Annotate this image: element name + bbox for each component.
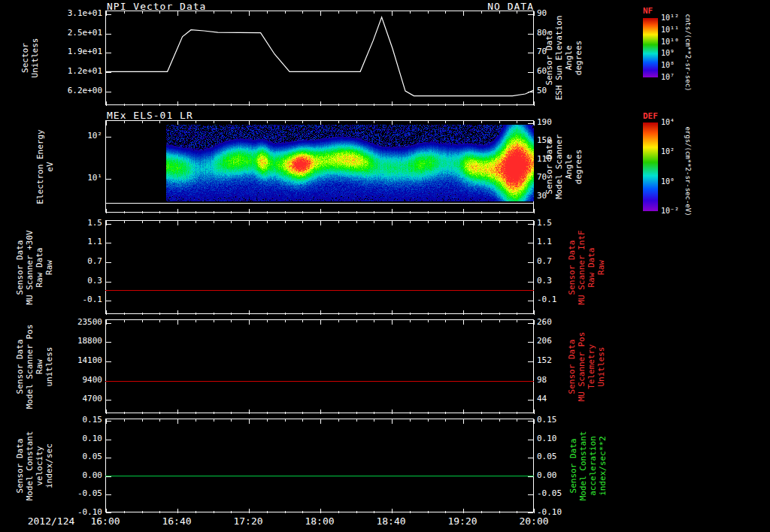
- x-axis-tick: [356, 121, 357, 123]
- axis-label-line: Sector: [20, 38, 30, 78]
- x-axis-tick: [356, 412, 357, 414]
- x-axis-tick: [320, 209, 321, 213]
- x-axis-tick: [445, 211, 446, 213]
- x-axis-tick: [231, 511, 232, 513]
- x-axis-tick: [320, 221, 321, 225]
- x-axis-tick: [249, 410, 250, 414]
- x-axis-tick: [428, 412, 429, 414]
- x-axis-tick: [302, 221, 303, 223]
- colorbar-tick-label: 10⁷: [661, 73, 675, 81]
- x-axis-tick: [196, 121, 196, 123]
- axis-label-modelconst-right: Sensor DataModel Constantaccelerationind…: [568, 431, 608, 500]
- panel-title-els: MEx ELS-01 LR: [107, 110, 193, 121]
- x-axis-tick: [534, 209, 535, 213]
- axis-label-scanpos-right: Sensor DataMU Scanner PosTelemetryUnitle…: [567, 331, 606, 401]
- x-axis-tick: [302, 419, 303, 422]
- x-axis-tick: [534, 419, 535, 424]
- x-axis-tick: [428, 511, 429, 513]
- colorbar-tick-label: 10⁹: [661, 49, 675, 57]
- x-axis-tick: [517, 121, 517, 123]
- x-axis-tick: [142, 211, 143, 213]
- x-axis-tick: [159, 221, 160, 223]
- x-axis-tick: [320, 419, 321, 424]
- x-axis-tick: [142, 221, 143, 223]
- axis-label-els-right: Sensor DataModel ScannerAngledegrees: [544, 134, 584, 198]
- x-axis-tick: [463, 221, 464, 225]
- x-axis-tick: [267, 320, 268, 322]
- y-axis-tick-left: [106, 342, 111, 343]
- x-axis-tick: [445, 412, 446, 414]
- x-axis-tick: [481, 412, 482, 414]
- x-axis-tick: [356, 511, 357, 513]
- x-axis-tick: [463, 320, 464, 325]
- x-axis-tick: [214, 419, 214, 422]
- x-axis-tick: [374, 511, 374, 513]
- x-axis-tick: [159, 412, 160, 414]
- x-axis-tick: [481, 419, 482, 422]
- x-axis-tick: [177, 221, 178, 225]
- x-axis-tick: [231, 313, 232, 315]
- y-tick-label-left: 0.15: [45, 415, 102, 425]
- x-axis-tick: [159, 419, 160, 422]
- axis-label-modelconst-left: Sensor DataModel Constantvelocityindex/s…: [15, 431, 54, 500]
- axis-label-line: Unitless: [596, 331, 606, 401]
- x-axis-tick: [214, 211, 214, 213]
- x-axis-tick: [410, 320, 411, 322]
- x-axis-tick: [338, 320, 339, 322]
- x-axis-tick: [320, 310, 321, 315]
- y-tick-label-left: 1.9e+01: [45, 47, 102, 57]
- x-axis-tick: [214, 221, 214, 223]
- y-tick-label-right: 0.00: [537, 470, 573, 481]
- axis-label-mu30-right: Sensor DataMU Scanner IntFRaw DataRaw: [567, 230, 606, 304]
- x-axis-tick: [356, 221, 357, 223]
- axis-label-line: Telemetry: [587, 331, 596, 401]
- y-axis-tick-left: [106, 400, 111, 401]
- y-axis-tick-right: [528, 262, 533, 263]
- x-axis-tick: [481, 221, 482, 223]
- axis-label-line: Raw: [44, 230, 54, 304]
- x-axis-tick: [463, 310, 464, 315]
- x-axis-tick: [267, 211, 268, 213]
- x-axis-tick: [320, 509, 321, 513]
- x-axis-tick: [106, 121, 107, 125]
- x-axis-tick: [374, 320, 374, 322]
- x-axis-tick: [410, 313, 411, 315]
- y-axis-tick-left: [106, 494, 111, 495]
- y-axis-tick-left: [106, 458, 111, 458]
- y-axis-tick-left: [106, 301, 111, 301]
- x-axis-tick: [356, 211, 357, 213]
- y-axis-tick-right: [528, 494, 533, 495]
- x-axis-tick: [320, 410, 321, 414]
- x-axis-tick: [445, 313, 446, 315]
- x-axis-tick: [302, 511, 303, 513]
- y-tick-label-right: 260: [537, 317, 573, 328]
- x-axis-tick: [142, 313, 143, 315]
- y-tick-label-left: 1.2e+01: [45, 66, 102, 77]
- x-axis-tick: [106, 221, 107, 225]
- x-axis-tick: [428, 211, 429, 213]
- axis-label-scanpos-left: Sensor DataModel Scanner PosRawunitless: [15, 324, 54, 409]
- axis-label-line: Angle: [564, 134, 574, 198]
- x-axis-tick: [142, 511, 143, 513]
- x-axis-tick: [196, 320, 196, 322]
- x-axis-tick: [214, 121, 214, 123]
- axis-label-line: unitless: [44, 324, 54, 409]
- x-axis-tick: [285, 419, 286, 422]
- x-axis-tick: [285, 211, 286, 213]
- axis-label-line: Sensor Data: [544, 16, 554, 101]
- x-axis-tick: [249, 320, 250, 325]
- axis-label-line: Angle: [564, 16, 574, 101]
- y-axis-tick-left: [106, 361, 111, 362]
- x-axis-tick: [338, 419, 339, 422]
- x-axis-tick: [517, 419, 517, 422]
- x-axis-tick: [124, 313, 125, 315]
- x-axis-tick: [445, 419, 446, 422]
- x-axis-tick: [302, 121, 303, 123]
- x-axis-tick: [196, 221, 196, 223]
- x-axis-tick: [267, 419, 268, 422]
- axis-label-line: MU Scanner +30V: [25, 230, 35, 304]
- x-axis-tick: [124, 320, 125, 322]
- x-axis-tick: [196, 511, 196, 513]
- x-axis-tick: [159, 211, 160, 213]
- x-axis-tick: [302, 320, 303, 322]
